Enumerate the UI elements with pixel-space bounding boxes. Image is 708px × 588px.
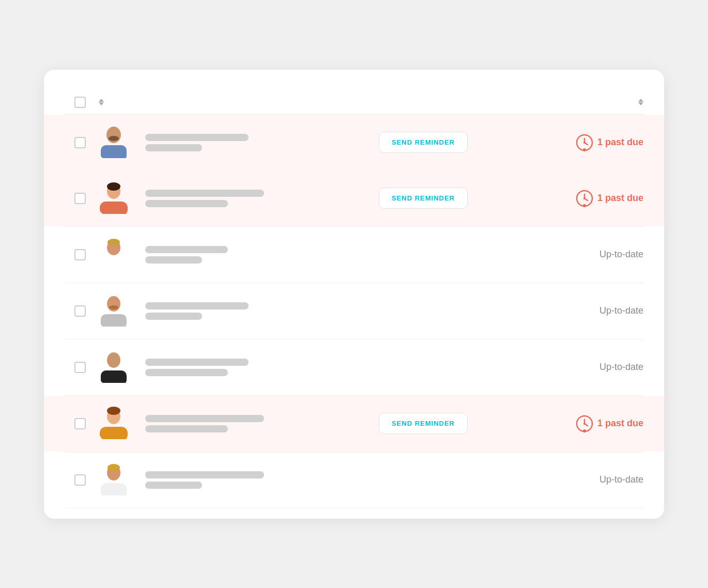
name-bar-primary	[145, 302, 249, 310]
svg-point-28	[109, 355, 118, 364]
name-bar-secondary	[145, 369, 228, 376]
name-column-header[interactable]	[96, 99, 478, 105]
row-content: SEND REMINDER 1 past due	[96, 178, 643, 219]
svg-point-12	[107, 182, 120, 191]
svg-point-8	[583, 148, 586, 151]
svg-point-32	[107, 407, 120, 415]
row-content: Up-to-date	[96, 347, 643, 388]
activities-status-col: 1 past due	[478, 134, 643, 151]
activities-sort-icon[interactable]	[638, 99, 643, 105]
svg-rect-27	[101, 370, 127, 383]
table-header	[65, 97, 643, 115]
send-reminder-button[interactable]: SEND REMINDER	[379, 413, 468, 434]
name-bar-secondary	[145, 200, 228, 207]
row-checkbox-col	[65, 474, 96, 486]
up-to-date-status: Up-to-date	[599, 249, 643, 260]
svg-point-17	[583, 204, 586, 207]
row-content: Up-to-date	[96, 290, 643, 332]
avatar	[96, 178, 137, 219]
employee-name-info	[145, 415, 379, 432]
name-bar-primary	[145, 134, 249, 141]
avatar	[96, 347, 137, 388]
avatar	[96, 234, 137, 275]
activities-column-header[interactable]	[478, 99, 643, 105]
row-checkbox-col	[65, 362, 96, 373]
svg-point-41	[107, 464, 120, 471]
name-sort-icon[interactable]	[99, 99, 104, 105]
svg-rect-1	[101, 145, 127, 158]
row-checkbox-col	[65, 249, 96, 260]
name-bar-primary	[145, 471, 264, 478]
svg-point-37	[583, 429, 586, 432]
row-checkbox[interactable]	[74, 474, 86, 486]
svg-rect-19	[101, 258, 127, 270]
row-checkbox-col	[65, 305, 96, 317]
row-checkbox-col	[65, 137, 96, 148]
employee-name-info	[145, 134, 379, 151]
avatar	[96, 290, 137, 332]
table-row: Up-to-date	[65, 226, 643, 283]
svg-point-21	[107, 239, 120, 246]
row-checkbox[interactable]	[74, 305, 86, 317]
svg-point-16	[583, 197, 586, 199]
activities-status-col: Up-to-date	[478, 474, 643, 485]
name-bar-secondary	[145, 425, 228, 432]
up-to-date-status: Up-to-date	[599, 362, 643, 373]
row-checkbox[interactable]	[74, 418, 86, 429]
name-bar-secondary	[145, 256, 202, 264]
employee-table-card: SEND REMINDER 1 past due	[44, 70, 664, 519]
past-due-label: 1 past due	[597, 193, 643, 204]
employee-name-info	[145, 246, 478, 264]
svg-point-36	[583, 423, 586, 425]
table-body: SEND REMINDER 1 past due	[65, 115, 643, 508]
past-due-status: 1 past due	[576, 415, 643, 432]
activities-status-col: Up-to-date	[478, 305, 643, 316]
name-bar-primary	[145, 246, 228, 253]
past-due-label: 1 past due	[597, 137, 643, 148]
up-to-date-status: Up-to-date	[599, 305, 643, 316]
send-reminder-button[interactable]: SEND REMINDER	[379, 188, 468, 209]
svg-rect-30	[100, 427, 128, 439]
avatar	[96, 459, 137, 501]
svg-point-3	[109, 136, 119, 141]
svg-rect-23	[101, 314, 127, 327]
row-checkbox[interactable]	[74, 249, 86, 260]
employee-name-info	[145, 471, 478, 489]
row-content: SEND REMINDER 1 past due	[96, 122, 643, 163]
row-checkbox[interactable]	[74, 362, 86, 373]
avatar	[96, 122, 137, 163]
name-bar-secondary	[145, 144, 202, 151]
svg-rect-10	[100, 202, 128, 214]
name-bar-primary	[145, 190, 264, 197]
row-checkbox[interactable]	[74, 193, 86, 204]
employee-name-info	[145, 302, 478, 320]
row-checkbox-col	[65, 418, 96, 429]
up-to-date-status: Up-to-date	[599, 474, 643, 485]
activities-status-col: 1 past due	[478, 190, 643, 207]
svg-point-25	[109, 305, 118, 310]
table-row: SEND REMINDER 1 past due	[44, 171, 664, 226]
past-due-label: 1 past due	[597, 418, 643, 429]
header-checkbox-col	[65, 97, 96, 108]
table-row: SEND REMINDER 1 past due	[44, 396, 664, 452]
name-bar-secondary	[145, 482, 202, 489]
svg-point-7	[583, 142, 586, 144]
avatar	[96, 403, 137, 444]
row-checkbox-col	[65, 193, 96, 204]
send-reminder-button[interactable]: SEND REMINDER	[379, 132, 468, 153]
row-content: Up-to-date	[96, 459, 643, 501]
table-row: SEND REMINDER 1 past due	[44, 115, 664, 171]
row-content: SEND REMINDER 1 past due	[96, 403, 643, 444]
past-due-status: 1 past due	[576, 134, 643, 151]
row-content: Up-to-date	[96, 234, 643, 275]
employee-name-info	[145, 359, 478, 376]
employee-name-info	[145, 190, 379, 207]
table-row: Up-to-date	[65, 452, 643, 508]
select-all-checkbox[interactable]	[74, 97, 86, 108]
activities-status-col: 1 past due	[478, 415, 643, 432]
name-bar-secondary	[145, 313, 202, 320]
name-bar-primary	[145, 359, 249, 366]
activities-status-col: Up-to-date	[478, 362, 643, 373]
row-checkbox[interactable]	[74, 137, 86, 148]
table-row: Up-to-date	[65, 283, 643, 339]
